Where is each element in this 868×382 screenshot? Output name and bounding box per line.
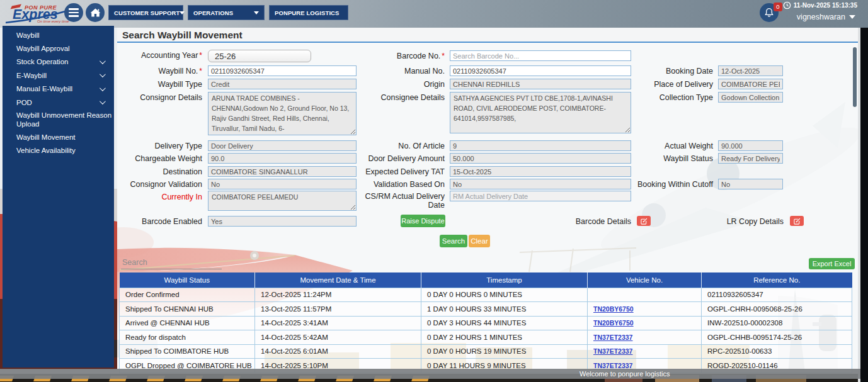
no-of-article-label: No. Of Article — [353, 142, 445, 150]
destination-input[interactable] — [208, 166, 357, 177]
cell-vehicle: TN37ET2337 — [588, 330, 702, 345]
table-row: Shipped To COIMBATORE HUB 14-Oct-2025 6:… — [120, 344, 852, 359]
table-row: Ready for dispatch 14-Oct-2025 5:42AM 0 … — [120, 330, 852, 345]
cell-datetime: 14-Oct-2025 5:42AM — [255, 330, 421, 345]
waybill-no-label: Waybill No.* — [120, 67, 202, 76]
cell-vehicle — [588, 288, 702, 302]
table-quick-search-input[interactable] — [121, 256, 222, 269]
cell-vehicle: TN20BY6750 — [588, 316, 702, 330]
barcode-no-input[interactable] — [450, 50, 631, 61]
booking-date-input[interactable] — [718, 65, 783, 76]
chargeable-weight-label: Chargeable Weight — [120, 154, 202, 163]
cell-status: Ready for dispatch — [120, 330, 255, 345]
place-of-delivery-label: Place of Delivery — [622, 80, 713, 89]
required-asterisk: * — [442, 52, 445, 60]
col-header-waybill-status: Waybill Status — [120, 272, 255, 288]
cell-datetime: 13-Oct-2025 11:57PM — [255, 302, 421, 317]
barcode-details-edit-button[interactable] — [637, 216, 651, 226]
clear-button[interactable]: Clear — [469, 235, 490, 247]
cell-status: Shipped To CHENNAI HUB — [120, 302, 255, 317]
vehicle-link[interactable]: TN20BY6750 — [593, 319, 634, 327]
raise-dispute-button[interactable]: Raise Dispute — [401, 215, 445, 227]
destination-label: Destination — [120, 167, 202, 176]
booking-within-cutoff-input[interactable] — [718, 179, 783, 189]
waybill-status-input[interactable] — [718, 153, 783, 164]
cs-rm-actual-delivery-date-label: CS/RM Actual Delivery Date — [353, 192, 445, 210]
cell-datetime: 12-Oct-2025 11:24PM — [255, 288, 421, 302]
barcode-details-label: Barcode Details — [543, 217, 631, 226]
validation-based-on-input[interactable] — [450, 179, 631, 189]
currently-in-label: Currently In — [120, 193, 202, 201]
cell-vehicle: TN20BY6750 — [588, 302, 702, 317]
table-header-row: Waybill Status Movement Date & Time Time… — [120, 272, 852, 288]
actual-weight-input[interactable] — [718, 140, 783, 151]
search-button[interactable]: Search — [440, 235, 467, 247]
col-header-timestamp: Timestamp — [421, 272, 588, 288]
vertical-scrollbar-thumb[interactable] — [853, 47, 857, 107]
barcode-enabled-label: Barcode Enabled — [120, 217, 202, 226]
door-delivery-amount-label: Door Delivery Amount — [353, 154, 445, 163]
origin-label: Origin — [353, 80, 445, 89]
door-delivery-amount-input[interactable] — [450, 153, 631, 164]
cell-timestamp: 0 DAY 3 HOURS 44 MINUTES — [421, 316, 588, 330]
cell-datetime: 14-Oct-2025 6:01AM — [255, 344, 421, 359]
origin-input[interactable] — [450, 79, 631, 89]
lr-copy-details-edit-button[interactable] — [790, 216, 804, 226]
consignor-validation-input[interactable] — [208, 179, 357, 189]
consignor-details-textarea[interactable]: ARUNA TRADE COMBINES - CHENNAI,Godown No… — [208, 92, 357, 135]
waybill-movement-table: Waybill Status Movement Date & Time Time… — [119, 272, 852, 373]
cell-reference: RPC-202510-00633 — [702, 344, 852, 359]
cell-datetime: 14-Oct-2025 3:41AM — [255, 316, 421, 330]
waybill-type-input[interactable] — [208, 79, 357, 89]
accounting-year-label: Accounting Year* — [120, 51, 202, 60]
col-header-movement-datetime: Movement Date & Time — [255, 272, 421, 288]
vehicle-link[interactable]: TN37ET2337 — [593, 362, 632, 369]
required-asterisk: * — [199, 67, 202, 76]
barcode-enabled-input[interactable] — [208, 216, 357, 227]
collection-type-label: Collection Type — [622, 93, 713, 102]
manual-no-input[interactable] — [450, 65, 631, 76]
waybill-type-label: Waybill Type — [120, 80, 202, 89]
validation-based-on-label: Validation Based On — [353, 180, 445, 189]
delivery-type-label: Delivery Type — [120, 142, 202, 150]
waybill-no-input[interactable] — [208, 65, 357, 76]
expected-delivery-tat-input[interactable] — [450, 166, 631, 177]
accounting-year-input[interactable] — [208, 50, 311, 62]
table-row: Shipped To CHENNAI HUB 13-Oct-2025 11:57… — [120, 302, 852, 317]
cell-reference: INW-202510-00002308 — [702, 316, 852, 330]
cell-vehicle: TN37ET2337 — [588, 344, 702, 359]
delivery-type-input[interactable] — [208, 140, 357, 151]
cell-status: Shipped To COIMBATORE HUB — [120, 344, 255, 359]
app-window: PON PURE Expres On time every time CUSTO… — [0, 0, 868, 382]
col-header-vehicle-no: Vehicle No. — [588, 272, 702, 288]
booking-date-label: Booking Date — [622, 67, 713, 76]
currently-in-textarea[interactable]: COIMBATORE PEELAMEDU — [208, 191, 357, 211]
cell-reference: OGPL-CHRH-0095068-25-26 — [702, 302, 852, 317]
vehicle-link[interactable]: TN37ET2337 — [593, 334, 632, 341]
vehicle-link[interactable]: TN37ET2337 — [593, 347, 632, 355]
manual-no-label: Manual No. — [353, 67, 445, 76]
edit-icon — [794, 218, 801, 225]
export-excel-button[interactable]: Export Excel — [809, 258, 855, 269]
vehicle-link[interactable]: TN20BY6750 — [593, 305, 634, 313]
cell-reference: OGPL-CHHB-0095174-25-26 — [702, 330, 852, 345]
expected-delivery-tat-label: Expected Delivery TAT — [353, 167, 445, 176]
consignee-details-label: Consignee Details — [353, 93, 445, 102]
no-of-article-input[interactable] — [450, 140, 631, 151]
table-row: Arrived @ CHENNAI HUB 14-Oct-2025 3:41AM… — [120, 316, 852, 330]
place-of-delivery-input[interactable] — [718, 79, 783, 89]
consignor-details-label: Consignor Details — [120, 93, 202, 102]
cell-reference: 02110932605347 — [702, 288, 852, 302]
edit-icon — [641, 218, 648, 225]
collection-type-input[interactable] — [718, 92, 783, 103]
cs-rm-actual-delivery-date-input[interactable] — [450, 191, 631, 201]
status-message: Welcome to ponpure logistics — [580, 370, 670, 378]
lr-copy-details-label: LR Copy Details — [695, 217, 784, 226]
col-header-reference-no: Reference No. — [702, 272, 852, 288]
cell-timestamp: 1 DAY 0 HOURS 33 MINUTES — [421, 302, 588, 317]
chargeable-weight-input[interactable] — [208, 153, 357, 164]
page-title: Search Waybill Movement — [117, 28, 858, 43]
consignee-details-textarea[interactable]: SATHYA AGENCIES PVT LTD CBE,1708-1,AVINA… — [450, 92, 631, 133]
cell-timestamp: 0 DAY 2 HOURS 1 MINUTES — [421, 330, 588, 345]
cell-status: Arrived @ CHENNAI HUB — [120, 316, 255, 330]
